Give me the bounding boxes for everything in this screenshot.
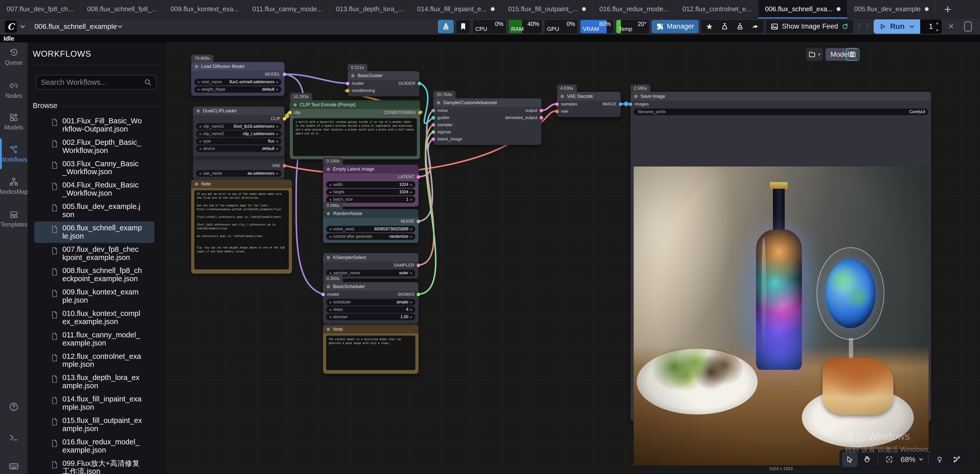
- node-note-directories[interactable]: Note If you get an error in any of the n…: [191, 179, 292, 274]
- fit-view-button[interactable]: [881, 452, 897, 467]
- sidebar-item-nodesmap[interactable]: NodesMap: [0, 177, 28, 195]
- tab-014[interactable]: 014.flux_fill_inpaint_e...: [410, 0, 501, 18]
- stop-button[interactable]: [964, 21, 972, 32]
- list-item[interactable]: 003.Flux_Canny_Basic_Workflow.json: [34, 157, 154, 179]
- prev-arrow-icon[interactable]: ◀: [329, 271, 331, 275]
- prev-arrow-icon[interactable]: ◀: [199, 140, 201, 143]
- next-arrow-icon[interactable]: ▶: [410, 308, 412, 311]
- new-tab-button[interactable]: +: [935, 0, 960, 18]
- node-header[interactable]: Save Image: [631, 92, 931, 101]
- next-arrow-icon[interactable]: ▶: [277, 172, 278, 175]
- zoom-level-dropdown[interactable]: 68%: [899, 455, 925, 464]
- device-widget[interactable]: ◀devicedefault▶: [196, 145, 282, 152]
- image-output-port[interactable]: [619, 102, 622, 106]
- tab-006-active[interactable]: 006.flux_schnell_exa...: [758, 0, 848, 18]
- clip-output-port[interactable]: [283, 117, 286, 120]
- flask-button-1[interactable]: [718, 20, 731, 33]
- workflow-title-menu[interactable]: 006.flux_schnell_example: [35, 22, 123, 31]
- sidebar-item-templates[interactable]: Templates: [0, 210, 28, 228]
- node-basic-scheduler[interactable]: 0.350s BasicScheduler model SIGMAS ◀sche…: [323, 282, 419, 324]
- noise-output-port[interactable]: [417, 220, 420, 223]
- tab-009[interactable]: 009.flux_kontext_exa...: [164, 0, 246, 18]
- list-item[interactable]: 013.flux_depth_lora_example.json: [34, 371, 154, 393]
- vae-output-port[interactable]: [283, 164, 286, 168]
- list-item[interactable]: 010.flux_kontext_complex_example.json: [34, 307, 154, 328]
- list-item-selected[interactable]: 006.flux_schnell_example.json: [34, 222, 154, 243]
- run-button[interactable]: Run: [873, 19, 920, 34]
- toggle-links-button[interactable]: [949, 452, 965, 467]
- sidebar-item-queue[interactable]: Queue: [0, 48, 28, 66]
- sidebar-item-nodes[interactable]: Nodes: [0, 81, 28, 99]
- node-save-image[interactable]: 2.585s Save Image images filename_prefix…: [630, 92, 931, 422]
- comfyui-logo[interactable]: C: [5, 21, 17, 33]
- next-arrow-icon[interactable]: ▶: [410, 190, 412, 194]
- workflow-folder-button[interactable]: ▼: [806, 48, 823, 61]
- list-item[interactable]: 009.flux_kontext_example.json: [34, 285, 154, 307]
- next-arrow-icon[interactable]: ▶: [277, 125, 278, 128]
- node-empty-latent-image[interactable]: 0.140s Empty Latent Image LATENT ◀width1…: [323, 165, 419, 207]
- star-button[interactable]: ★: [703, 20, 716, 33]
- next-arrow-icon[interactable]: ▶: [410, 301, 412, 304]
- next-arrow-icon[interactable]: ▶: [410, 198, 412, 201]
- pan-tool-button[interactable]: [859, 452, 875, 467]
- tab-012[interactable]: 012.flux_controlnet_e...: [676, 0, 758, 18]
- clip-name2-widget[interactable]: ◀clip_name2clip_l.safetensors▶: [196, 130, 282, 137]
- sidebar-item-models[interactable]: Models: [0, 113, 28, 131]
- node-header[interactable]: CLIP Text Encode (Prompt): [290, 100, 420, 109]
- bookmark-button[interactable]: [456, 20, 470, 33]
- list-item[interactable]: 099.Flux放大+高清修复工作流.json: [34, 457, 154, 474]
- node-header[interactable]: Empty Latent Image: [323, 165, 418, 173]
- vae-input-port[interactable]: [555, 109, 559, 113]
- noise-input-port[interactable]: [431, 109, 435, 113]
- next-arrow-icon[interactable]: ▶: [410, 315, 412, 319]
- next-arrow-icon[interactable]: ▶: [410, 235, 412, 238]
- sampler-output-port[interactable]: [417, 263, 420, 267]
- prev-arrow-icon[interactable]: ◀: [329, 198, 331, 201]
- node-header[interactable]: Load Diffusion Model: [191, 62, 285, 71]
- tab-015[interactable]: 015.flux_fill_outpaint_...: [501, 0, 593, 18]
- scheduler-widget[interactable]: ◀schedulersimple▶: [326, 299, 415, 306]
- control-after-generate-widget[interactable]: ◀control after generaterandomize▶: [326, 233, 415, 240]
- show-image-feed-button[interactable]: Show Image Feed: [766, 20, 853, 33]
- node-load-vae[interactable]: VAE ◀vae_nameae.safetensors▶: [193, 153, 285, 179]
- filename-prefix-widget[interactable]: filename_prefixComfyUI: [634, 109, 928, 115]
- node-sampler-custom-advanced[interactable]: 20.764s SamplerCustomAdvanced noise outp…: [433, 98, 542, 145]
- list-item[interactable]: 014.flux_fill_inpaint_example.json: [34, 393, 154, 414]
- clip-input-port[interactable]: [288, 111, 292, 114]
- denoise-widget[interactable]: ◀denoise1.00▶: [326, 314, 415, 320]
- flask-button-2[interactable]: [733, 20, 747, 33]
- search-input[interactable]: [41, 78, 144, 87]
- list-item[interactable]: 001.Flux_Fill_Basic_Workflow-Outpaint.js…: [34, 114, 154, 136]
- list-item[interactable]: 015.flux_fill_outpaint_example.json: [34, 414, 154, 436]
- node-dual-clip-loader[interactable]: DualCLIPLoader CLIP ◀clip_name1t5xxl_fp1…: [193, 106, 285, 157]
- batch-count-input[interactable]: 1 ▲▼: [920, 19, 942, 34]
- node-note-schnell[interactable]: Note The schnell model is a distilled mo…: [323, 325, 419, 374]
- help-button[interactable]: [0, 402, 28, 412]
- share-button[interactable]: [749, 20, 762, 33]
- node-random-noise[interactable]: 0.096s RandomNoise NOISE ◀noise_seed6838…: [323, 209, 419, 243]
- prev-arrow-icon[interactable]: ◀: [329, 235, 331, 238]
- latent-image-input-port[interactable]: [431, 137, 435, 141]
- clip-name1-widget[interactable]: ◀clip_name1t5xxl_fp16.safetensors▶: [196, 123, 282, 130]
- conditioning-output-port[interactable]: [418, 111, 422, 114]
- output-port[interactable]: [539, 109, 543, 113]
- denoised-output-port[interactable]: [539, 116, 543, 119]
- terminal-button[interactable]: [0, 433, 28, 442]
- sigmas-input-port[interactable]: [431, 130, 435, 134]
- workflow-search-box[interactable]: [36, 75, 157, 90]
- sidebar-item-workflows[interactable]: Workflows: [0, 145, 28, 163]
- weight-dtype-widget[interactable]: ◀weight_dtypedefault▶: [194, 86, 282, 93]
- cancel-run-button[interactable]: ×: [944, 21, 958, 32]
- model-output-port[interactable]: [283, 73, 286, 76]
- manager-button[interactable]: Manager: [652, 20, 699, 33]
- list-item[interactable]: 016.flux_redux_model_example.json: [34, 436, 154, 457]
- tab-005[interactable]: 005.flux_dev_example: [847, 0, 935, 18]
- node-header[interactable]: KSamplerSelect: [323, 253, 418, 262]
- node-clip-text-encode[interactable]: 10.283s CLIP Text Encode (Prompt) clip C…: [290, 100, 420, 159]
- node-header[interactable]: BasicScheduler: [323, 282, 418, 291]
- workspace-manager-button[interactable]: [438, 20, 454, 33]
- next-arrow-icon[interactable]: ▶: [277, 147, 278, 151]
- sigmas-output-port[interactable]: [417, 293, 420, 296]
- node-header[interactable]: Note: [191, 179, 292, 188]
- prev-arrow-icon[interactable]: ◀: [329, 301, 331, 304]
